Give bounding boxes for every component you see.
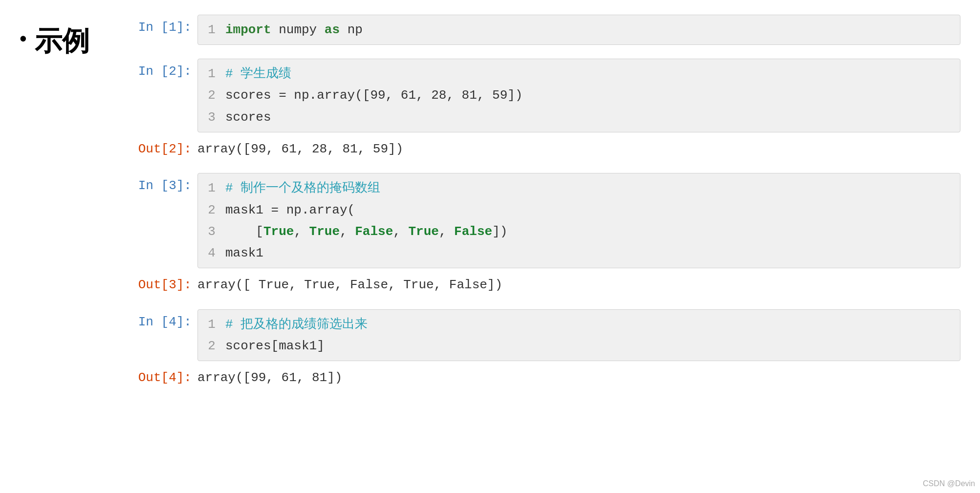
output-text-3: array([ True, True, False, True, False])	[197, 275, 502, 296]
code-line: 1 # 把及格的成绩筛选出来	[206, 314, 952, 335]
code-content: scores = np.array([99, 61, 28, 81, 59])	[225, 85, 523, 106]
line-num: 3	[206, 221, 216, 242]
cell-group-2: In [2]: 1 # 学生成绩 2 scores = np.array([99…	[138, 59, 960, 159]
code-line: 3 scores	[206, 107, 952, 128]
line-num: 1	[206, 177, 216, 199]
bool-true: True	[263, 224, 294, 239]
bool-false: False	[454, 224, 492, 239]
code-content: scores	[225, 107, 271, 128]
bool-true: True	[408, 224, 438, 239]
output-text-2: array([99, 61, 28, 81, 59])	[197, 139, 403, 160]
code-line: 2 mask1 = np.array(	[206, 199, 952, 221]
line-num: 2	[206, 199, 216, 221]
code-line: 4 mask1	[206, 242, 952, 264]
cell-label-out3: Out[3]:	[138, 272, 192, 296]
bullet-point: •	[20, 28, 27, 49]
output-row-3: Out[3]: array([ True, True, False, True,…	[138, 272, 960, 296]
code-content: mask1	[225, 242, 263, 264]
cell-label-in2: In [2]:	[138, 59, 192, 82]
comment-line: # 把及格的成绩筛选出来	[225, 314, 368, 335]
code-content: scores[mask1]	[225, 335, 325, 357]
line-num: 1	[206, 19, 216, 41]
comment-line: # 学生成绩	[225, 63, 291, 85]
code-block-2: 1 # 学生成绩 2 scores = np.array([99, 61, 28…	[197, 59, 960, 132]
notebook-cells: In [1]: 1 import numpy as np	[138, 15, 960, 388]
code-line: 2 scores = np.array([99, 61, 28, 81, 59]…	[206, 85, 952, 106]
code-block-3: 1 # 制作一个及格的掩码数组 2 mask1 = np.array( 3 [T…	[197, 173, 960, 268]
output-row-2: Out[2]: array([99, 61, 28, 81, 59])	[138, 136, 960, 160]
line-num: 1	[206, 314, 216, 335]
cell-group-4: In [4]: 1 # 把及格的成绩筛选出来 2 scores[mask1] O…	[138, 309, 960, 388]
cell-label-in3: In [3]:	[138, 173, 192, 196]
code-text: np	[348, 22, 363, 37]
output-row-4: Out[4]: array([99, 61, 81])	[138, 365, 960, 388]
comment-line: # 制作一个及格的掩码数组	[225, 177, 380, 199]
watermark: CSDN @Devin	[923, 479, 975, 488]
line-num: 2	[206, 85, 216, 106]
cell-group-1: In [1]: 1 import numpy as np	[138, 15, 960, 45]
cell-label-in1: In [1]:	[138, 15, 192, 38]
line-num: 3	[206, 107, 216, 128]
keyword-import: import	[225, 22, 271, 37]
cell-row-in3: In [3]: 1 # 制作一个及格的掩码数组 2 mask1 = np.arr…	[138, 173, 960, 268]
code-content: mask1 = np.array(	[225, 199, 355, 221]
code-line: 1 import numpy as np	[206, 19, 952, 41]
code-text: numpy	[279, 22, 325, 37]
cell-row-in1: In [1]: 1 import numpy as np	[138, 15, 960, 45]
output-text-4: array([99, 61, 81])	[197, 368, 342, 388]
section-title: 示例	[35, 24, 89, 57]
code-content: import numpy as np	[225, 19, 363, 41]
code-line: 1 # 学生成绩	[206, 63, 952, 85]
cell-group-3: In [3]: 1 # 制作一个及格的掩码数组 2 mask1 = np.arr…	[138, 173, 960, 295]
cell-row-in4: In [4]: 1 # 把及格的成绩筛选出来 2 scores[mask1]	[138, 309, 960, 361]
cell-row-in2: In [2]: 1 # 学生成绩 2 scores = np.array([99…	[138, 59, 960, 132]
code-block-1: 1 import numpy as np	[197, 15, 960, 45]
cell-label-in4: In [4]:	[138, 309, 192, 333]
page-container: • 示例 In [1]: 1 import numpy as np	[20, 15, 960, 388]
bool-true: True	[309, 224, 340, 239]
cell-label-out4: Out[4]:	[138, 365, 192, 388]
keyword-as: as	[325, 22, 340, 37]
code-line: 2 scores[mask1]	[206, 335, 952, 357]
line-num: 1	[206, 63, 216, 85]
cell-label-out2: Out[2]:	[138, 136, 192, 160]
code-block-4: 1 # 把及格的成绩筛选出来 2 scores[mask1]	[197, 309, 960, 361]
line-num: 2	[206, 335, 216, 357]
code-line: 3 [True, True, False, True, False])	[206, 221, 952, 242]
code-content: [True, True, False, True, False])	[225, 221, 507, 242]
line-num: 4	[206, 242, 216, 264]
bool-false: False	[355, 224, 393, 239]
code-line: 1 # 制作一个及格的掩码数组	[206, 177, 952, 199]
bullet-section: • 示例	[20, 20, 138, 57]
